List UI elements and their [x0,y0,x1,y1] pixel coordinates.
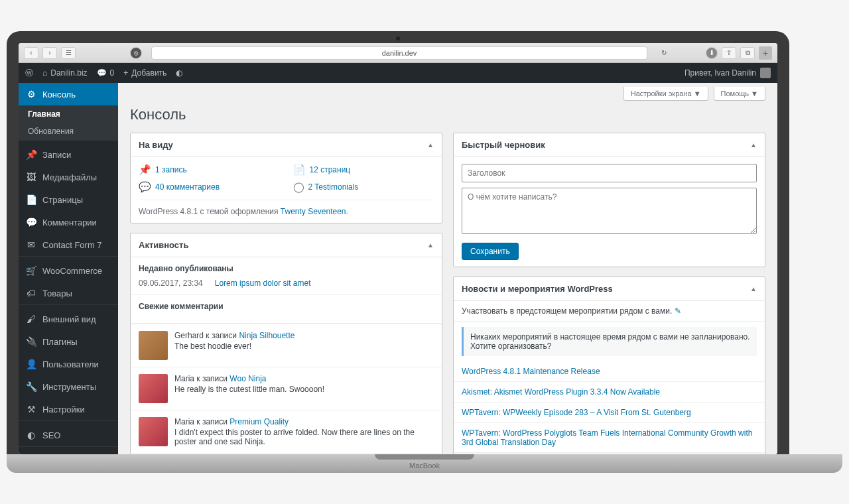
sidebar-item-media[interactable]: 🖼Медиафайлы [19,166,118,188]
site-name-link[interactable]: ⌂ Danilin.biz [42,68,88,78]
wp-admin-bar: ⓦ ⌂ Danilin.biz 💬 0 + Добавить ◐ Привет,… [19,63,777,83]
tabs-button[interactable]: ⧉ [740,47,755,59]
pub-link[interactable]: Lorem ipsum dolor sit amet [215,279,311,288]
post-link[interactable]: Ninja Silhouette [239,331,294,340]
comment-icon: 💬 [25,216,37,228]
participate-text: Участвовать в предстоящем мероприятии ря… [462,306,672,316]
news-link[interactable]: WPTavern: WordPress Polyglots Team Fuels… [462,428,752,447]
comment-text: I didn't expect this poster to arrive fo… [174,428,434,446]
sidebar-item-posts[interactable]: 📌Записи [19,143,118,166]
comment-text: The best hoodie ever! [174,342,294,351]
greeting-text[interactable]: Привет, Ivan Danilin [685,68,756,78]
brush-icon: 🖌 [25,313,37,325]
extension-icon[interactable]: ⬇ [706,47,718,59]
activity-title: Активность [139,240,188,250]
wrench-icon: 🔧 [25,381,37,393]
circle-icon: ◯ [293,181,304,193]
add-new-link[interactable]: + Добавить [123,68,166,78]
new-tab-button[interactable]: + [759,46,772,60]
sidebar-item-appearance[interactable]: 🖌Внешний вид [19,308,118,330]
tag-icon: 🏷 [25,287,37,299]
toggle-icon[interactable]: ▲ [427,241,434,249]
admin-sidebar: ⚙Консоль Главная Обновления 📌Записи 🖼Мед… [19,83,118,454]
media-icon: 🖼 [25,171,37,183]
news-link[interactable]: WordPress 4.8.1 Maintenance Release [462,367,600,376]
nav-forward-button[interactable]: › [42,47,57,59]
url-bar[interactable]: danilin.dev [151,46,647,60]
toggle-icon[interactable]: ▲ [427,141,434,149]
sidebar-sub-home[interactable]: Главная [19,105,118,123]
sidebar-item-seo[interactable]: ◐SEO [19,424,118,446]
page-title: Консоль [130,106,765,123]
help-button[interactable]: Помощь ▼ [714,87,765,101]
sidebar-toggle-button[interactable]: ☰ [61,47,76,59]
pub-date: 09.06.2017, 23:34 [139,279,203,288]
reload-button[interactable]: ↻ [657,47,671,59]
news-title: Новости и мероприятия WordPress [462,284,613,294]
news-box: Новости и мероприятия WordPress▲ Участво… [453,277,765,454]
theme-link[interactable]: Twenty Seventeen [281,207,346,216]
recent-pub-heading: Недавно опубликованы [139,264,434,273]
page-icon: 📄 [25,194,37,206]
comment-icon: 💬 [139,181,151,193]
share-button[interactable]: ⇧ [722,47,736,59]
sidebar-item-settings[interactable]: ⚒Настройки [19,398,118,420]
post-link[interactable]: Premium Quality [229,417,289,426]
page-icon: 📄 [293,164,306,176]
nav-back-button[interactable]: ‹ [24,47,38,59]
posts-count-link[interactable]: 1 запись [155,165,187,174]
sidebar-item-comments[interactable]: 💬Комментарии [19,211,118,233]
draft-title: Быстрый черновик [462,140,545,150]
avatar[interactable] [760,68,771,78]
comment-row: Maria к записи Woo Ninja He really is th… [131,367,442,410]
activity-box: Активность▲ Недавно опубликованы 09.06.2… [130,233,442,454]
glance-title: На виду [139,140,173,150]
plugin-icon: 🔌 [25,336,37,347]
browser-toolbar: ‹ › ☰ ⦸ danilin.dev ↻ ⬇ ⇧ ⧉ + [19,43,777,63]
seo-icon[interactable]: ◐ [176,68,182,78]
organize-link[interactable]: организовать [498,342,547,351]
comment-row: Maria к записи Premium Quality I didn't … [131,410,442,453]
comments-link[interactable]: 💬 0 [97,68,115,78]
post-link[interactable]: Woo Ninja [229,374,266,383]
avatar [139,417,168,446]
sidebar-item-users[interactable]: 👤Пользователи [19,353,118,375]
testimonials-count-link[interactable]: 2 Testimonials [308,182,359,192]
save-draft-button[interactable]: Сохранить [462,243,519,260]
edit-location-icon[interactable]: ✎ [675,306,681,316]
comment-text: He really is the cutest little man. Swoo… [174,385,324,394]
pages-count-link[interactable]: 12 страниц [310,165,351,174]
cart-icon: 🛒 [25,265,37,277]
mail-icon: ✉ [25,239,37,251]
sidebar-item-plugins[interactable]: 🔌Плагины [19,330,118,353]
sidebar-item-tools[interactable]: 🔧Инструменты [19,375,118,398]
wp-logo-icon[interactable]: ⓦ [25,68,33,79]
pin-icon: 📌 [139,164,151,176]
sidebar-item-pages[interactable]: 📄Страницы [19,188,118,211]
settings-icon: ⚒ [25,403,37,415]
avatar [139,331,168,360]
screen-options-button[interactable]: Настройки экрана ▼ [623,87,708,101]
sidebar-collapse[interactable]: ◀Свернуть меню [19,450,118,454]
user-icon: 👤 [25,358,37,370]
sidebar-item-cf7[interactable]: ✉Contact Form 7 [19,233,118,256]
fresh-comments-heading: Свежие комментарии [139,302,434,311]
comment-row: Gerhard к записи Ninja Silhouette The be… [131,324,442,367]
draft-content-input[interactable] [462,188,757,234]
quick-draft-box: Быстрый черновик▲ Сохранить [453,133,765,267]
news-link[interactable]: Akismet: Akismet WordPress Plugin 3.3.4 … [462,387,660,397]
draft-title-input[interactable] [462,164,757,182]
toggle-icon[interactable]: ▲ [750,285,757,292]
seo-icon: ◐ [25,429,37,441]
sidebar-item-woocommerce[interactable]: 🛒WooCommerce [19,259,118,282]
avatar [139,374,168,403]
sidebar-sub-updates[interactable]: Обновления [19,123,118,140]
adblock-icon[interactable]: ⦸ [130,47,142,59]
sidebar-item-products[interactable]: 🏷Товары [19,282,118,304]
no-events-notice: Никаких мероприятий в настоящее время ря… [462,327,757,356]
dashboard-icon: ⚙ [25,88,37,100]
news-link[interactable]: WPTavern: WPWeekly Episode 283 – A Visit… [462,408,691,417]
toggle-icon[interactable]: ▲ [750,141,757,149]
comments-count-link[interactable]: 40 комментариев [155,182,220,192]
sidebar-item-dashboard[interactable]: ⚙Консоль [19,83,118,105]
